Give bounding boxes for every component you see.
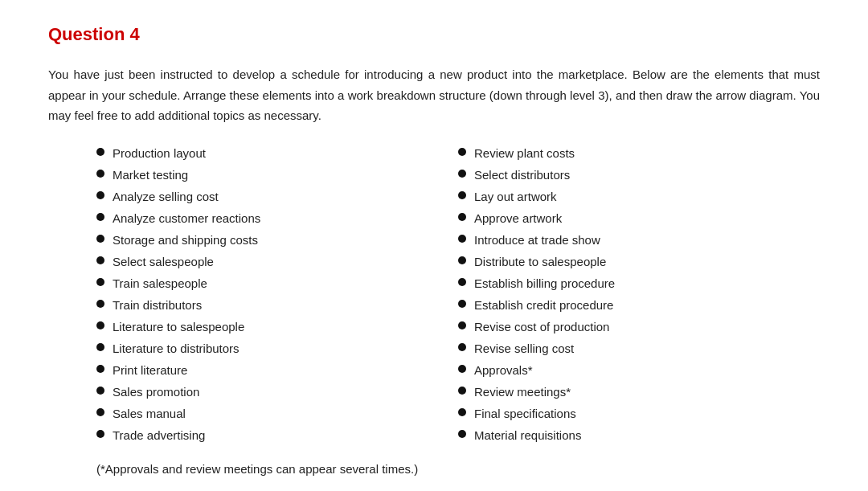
list-item: Literature to distributors <box>96 339 458 358</box>
bullet-icon <box>96 430 104 438</box>
bullet-icon <box>458 408 466 416</box>
bullet-icon <box>96 256 104 264</box>
bullet-icon <box>458 387 466 395</box>
list-item-label: Production layout <box>113 144 206 163</box>
bullet-icon <box>458 365 466 373</box>
bullet-icon <box>96 191 104 199</box>
list-item: Train distributors <box>96 296 458 315</box>
list-item: Storage and shipping costs <box>96 231 458 250</box>
list-item: Print literature <box>96 361 458 380</box>
bullet-icon <box>458 235 466 243</box>
list-item-label: Train distributors <box>113 296 202 315</box>
bullet-icon <box>458 191 466 199</box>
bullet-icon <box>96 408 104 416</box>
bullet-icon <box>458 278 466 286</box>
list-item: Approve artwork <box>458 209 820 228</box>
list-item: Select salespeople <box>96 252 458 272</box>
list-item-label: Select salespeople <box>113 252 214 272</box>
list-item-label: Revise selling cost <box>474 339 574 358</box>
bullet-icon <box>96 235 104 243</box>
footnote: (*Approvals and review meetings can appe… <box>96 462 820 476</box>
list-item: Analyze customer reactions <box>96 209 458 228</box>
list-item: Introduce at trade show <box>458 231 820 250</box>
list-item: Literature to salespeople <box>96 317 458 337</box>
list-item-label: Final specifications <box>474 404 576 423</box>
bullet-icon <box>96 365 104 373</box>
question-title: Question 4 <box>48 24 820 45</box>
list-item-label: Review meetings* <box>474 383 571 402</box>
list-item-label: Select distributors <box>474 166 570 185</box>
bullet-icon <box>96 343 104 351</box>
bullet-icon <box>96 148 104 156</box>
list-item-label: Introduce at trade show <box>474 231 600 250</box>
list-item: Production layout <box>96 144 458 163</box>
list-item: Revise selling cost <box>458 339 820 358</box>
list-item: Final specifications <box>458 404 820 423</box>
list-item-label: Review plant costs <box>474 144 575 163</box>
list-item-label: Approvals* <box>474 361 533 380</box>
bullet-icon <box>458 170 466 178</box>
bullet-icon <box>96 278 104 286</box>
list-item-label: Train salespeople <box>113 274 207 293</box>
list-item: Approvals* <box>458 361 820 380</box>
list-item: Revise cost of production <box>458 317 820 337</box>
list-item: Review meetings* <box>458 383 820 402</box>
list-item-label: Establish billing procedure <box>474 274 615 293</box>
bullet-icon <box>458 343 466 351</box>
list-item-label: Analyze customer reactions <box>113 209 260 228</box>
bullet-column-2: Review plant costsSelect distributorsLay… <box>458 144 820 448</box>
list-item: Review plant costs <box>458 144 820 163</box>
list-item: Sales manual <box>96 404 458 423</box>
bullet-icon <box>458 430 466 438</box>
list-item-label: Distribute to salespeople <box>474 252 606 272</box>
list-item-label: Literature to salespeople <box>113 317 244 337</box>
list-item: Lay out artwork <box>458 187 820 207</box>
list-item: Analyze selling cost <box>96 187 458 207</box>
list-item: Establish billing procedure <box>458 274 820 293</box>
bullet-column-1: Production layoutMarket testingAnalyze s… <box>96 144 458 448</box>
bullet-icon <box>96 300 104 308</box>
list-item: Sales promotion <box>96 383 458 402</box>
bullet-icon <box>96 213 104 221</box>
list-item-label: Revise cost of production <box>474 317 609 337</box>
list-item: Distribute to salespeople <box>458 252 820 272</box>
list-item-label: Establish credit procedure <box>474 296 613 315</box>
bullet-icon <box>96 387 104 395</box>
bullet-icon <box>458 300 466 308</box>
list-item: Select distributors <box>458 166 820 185</box>
bullet-icon <box>458 256 466 264</box>
list-item-label: Material requisitions <box>474 426 581 445</box>
list-item-label: Approve artwork <box>474 209 562 228</box>
bullet-list-container: Production layoutMarket testingAnalyze s… <box>96 144 820 448</box>
list-item-label: Print literature <box>113 361 187 380</box>
bullet-icon <box>458 213 466 221</box>
bullet-icon <box>96 170 104 178</box>
list-item-label: Trade advertising <box>113 426 205 445</box>
list-item: Train salespeople <box>96 274 458 293</box>
list-item: Trade advertising <box>96 426 458 445</box>
bullet-icon <box>458 148 466 156</box>
bullet-icon <box>458 321 466 329</box>
list-item: Market testing <box>96 166 458 185</box>
list-item: Establish credit procedure <box>458 296 820 315</box>
list-item-label: Sales promotion <box>113 383 199 402</box>
list-item-label: Lay out artwork <box>474 187 557 207</box>
question-body: You have just been instructed to develop… <box>48 64 820 126</box>
list-item-label: Market testing <box>113 166 188 185</box>
list-item-label: Storage and shipping costs <box>113 231 258 250</box>
list-item-label: Analyze selling cost <box>113 187 219 207</box>
list-item-label: Sales manual <box>113 404 186 423</box>
list-item-label: Literature to distributors <box>113 339 240 358</box>
bullet-icon <box>96 321 104 329</box>
list-item: Material requisitions <box>458 426 820 445</box>
